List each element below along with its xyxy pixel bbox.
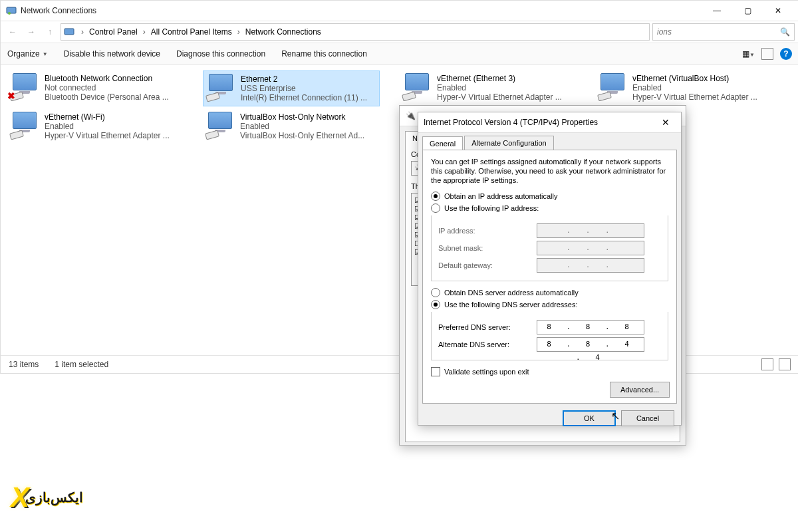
radio-use-ip[interactable]: Use the following IP address: xyxy=(431,203,668,213)
ip-address-input: . . . xyxy=(537,223,644,238)
alternate-dns-label: Alternate DNS server: xyxy=(438,340,531,348)
adapter-item[interactable]: VirtualBox Host-Only NetworkEnabledVirtu… xyxy=(203,109,378,144)
adapter-icon xyxy=(205,72,237,100)
gateway-input: . . . xyxy=(537,258,644,273)
radio-obtain-dns-auto[interactable]: Obtain DNS server address automatically xyxy=(431,288,668,297)
adapter-device: Bluetooth Device (Personal Area ... xyxy=(45,92,169,102)
adapter-status: Enabled xyxy=(437,83,562,92)
address-bar: ← → ↑ › Control Panel › All Control Pane… xyxy=(1,21,798,43)
titlebar: Network Connections — ▢ ✕ xyxy=(1,1,798,21)
rename-button[interactable]: Rename this connection xyxy=(281,49,367,59)
svg-rect-0 xyxy=(7,7,16,13)
minimize-button[interactable]: — xyxy=(702,1,732,21)
radio-obtain-ip-auto[interactable]: Obtain an IP address automatically xyxy=(431,192,668,201)
adapter-device: Hyper-V Virtual Ethernet Adapter ... xyxy=(437,92,562,102)
tab-alternate[interactable]: Alternate Configuration xyxy=(464,136,554,150)
chevron-down-icon: ▼ xyxy=(43,51,48,57)
adapter-item[interactable]: vEthernet (Wi-Fi)EnabledHyper-V Virtual … xyxy=(7,109,183,144)
chevron-right-icon: › xyxy=(236,27,241,37)
adapter-status: Enabled xyxy=(240,122,364,131)
logo-text: ایکس‌بازی xyxy=(25,489,83,505)
ip-address-group: IP address:. . . Subnet mask:. . . Defau… xyxy=(431,215,668,281)
window-title: Network Connections xyxy=(21,6,702,15)
search-placeholder: ions xyxy=(657,27,780,37)
adapter-item[interactable]: vEthernet (VirtualBox Host)EnabledHyper-… xyxy=(595,70,771,105)
network-icon xyxy=(64,27,74,37)
preferred-dns-input[interactable]: 8 . 8 . 8 . 8 xyxy=(537,320,644,334)
organize-menu[interactable]: Organize▼ xyxy=(7,49,48,59)
radio-icon xyxy=(431,300,440,309)
tab-strip: General Alternate Configuration xyxy=(418,133,681,150)
status-selection: 1 item selected xyxy=(55,360,108,369)
radio-icon xyxy=(431,203,440,213)
adapter-name: vEthernet (Ethernet 3) xyxy=(437,74,562,83)
tab-panel-general: You can get IP settings assigned automat… xyxy=(422,150,677,404)
crumb-control-panel[interactable]: Control Panel xyxy=(86,26,140,38)
maximize-button[interactable]: ▢ xyxy=(732,1,763,21)
dialog-buttons: OK Cancel xyxy=(418,408,681,432)
search-icon: 🔍 xyxy=(780,27,790,37)
adapter-device: VirtualBox Host-Only Ethernet Ad... xyxy=(240,131,364,140)
titlebar: Internet Protocol Version 4 (TCP/IPv4) P… xyxy=(418,112,681,133)
diagnose-button[interactable]: Diagnose this connection xyxy=(176,49,265,59)
preview-pane-button[interactable] xyxy=(761,48,773,60)
ok-button[interactable]: OK xyxy=(563,410,616,426)
advanced-button[interactable]: Advanced... xyxy=(610,382,670,398)
adapter-icon: ✖ xyxy=(9,72,41,100)
dialog-title: Internet Protocol Version 4 (TCP/IPv4) P… xyxy=(424,118,656,127)
adapter-item[interactable]: ✖Bluetooth Network ConnectionNot connect… xyxy=(7,70,183,105)
subnet-mask-input: . . . xyxy=(537,241,644,255)
preferred-dns-label: Preferred DNS server: xyxy=(438,323,531,331)
breadcrumb[interactable]: › Control Panel › All Control Panel Item… xyxy=(61,23,650,41)
back-button[interactable]: ← xyxy=(5,24,21,40)
search-input[interactable]: ions 🔍 xyxy=(652,23,795,41)
network-icon: 🔌 xyxy=(405,110,416,121)
svg-point-1 xyxy=(8,12,11,15)
disconnected-icon: ✖ xyxy=(7,90,15,101)
adapter-name: Bluetooth Network Connection xyxy=(45,74,169,83)
close-button[interactable]: ✕ xyxy=(763,1,793,21)
chevron-right-icon: › xyxy=(142,27,147,37)
forward-button[interactable]: → xyxy=(23,24,39,40)
adapter-item[interactable]: vEthernet (Ethernet 3)EnabledHyper-V Vir… xyxy=(400,70,575,105)
adapter-name: vEthernet (VirtualBox Host) xyxy=(632,74,757,83)
radio-icon xyxy=(431,192,440,201)
up-button[interactable]: ↑ xyxy=(42,24,58,40)
checkbox-icon xyxy=(431,367,440,376)
adapter-icon xyxy=(9,110,41,138)
tiles-view-button[interactable] xyxy=(779,358,791,370)
gateway-label: Default gateway: xyxy=(438,261,531,269)
adapter-name: VirtualBox Host-Only Network xyxy=(240,112,364,122)
details-view-button[interactable] xyxy=(761,358,773,370)
dns-group: Preferred DNS server:8 . 8 . 8 . 8 Alter… xyxy=(431,312,668,360)
ipv4-properties-dialog: Internet Protocol Version 4 (TCP/IPv4) P… xyxy=(418,112,682,426)
adapter-icon xyxy=(204,110,236,138)
tab-general[interactable]: General xyxy=(422,136,463,150)
close-button[interactable]: ✕ xyxy=(656,114,676,130)
adapter-name: vEthernet (Wi-Fi) xyxy=(45,112,170,122)
cancel-button[interactable]: Cancel xyxy=(621,410,674,426)
chevron-right-icon: › xyxy=(80,27,85,37)
help-button[interactable]: ? xyxy=(780,48,792,60)
disable-device-button[interactable]: Disable this network device xyxy=(64,49,160,59)
watermark-logo: X ایکس‌بازی xyxy=(11,479,90,516)
adapter-icon xyxy=(401,72,433,100)
network-icon xyxy=(6,5,17,16)
radio-icon xyxy=(431,288,440,297)
adapter-device: Intel(R) Ethernet Connection (11) ... xyxy=(241,93,367,102)
view-options-button[interactable]: ▦▼ xyxy=(742,49,755,59)
status-item-count: 13 items xyxy=(9,360,39,369)
adapter-status: Enabled xyxy=(45,122,170,131)
crumb-network-connections[interactable]: Network Connections xyxy=(243,26,324,38)
adapter-device: Hyper-V Virtual Ethernet Adapter ... xyxy=(632,92,757,102)
alternate-dns-input[interactable]: 8 . 8 . 4 . 4 xyxy=(537,337,644,352)
description-text: You can get IP settings assigned automat… xyxy=(431,157,668,185)
adapter-item[interactable]: Ethernet 2USS EnterpriseIntel(R) Etherne… xyxy=(203,70,380,106)
validate-checkbox[interactable]: Validate settings upon exit xyxy=(431,367,668,376)
subnet-mask-label: Subnet mask: xyxy=(438,244,531,252)
radio-use-dns[interactable]: Use the following DNS server addresses: xyxy=(431,300,668,309)
adapter-name: Ethernet 2 xyxy=(241,74,367,84)
crumb-all-items[interactable]: All Control Panel Items xyxy=(148,26,235,38)
ip-address-label: IP address: xyxy=(438,227,531,235)
adapter-icon xyxy=(597,72,628,100)
